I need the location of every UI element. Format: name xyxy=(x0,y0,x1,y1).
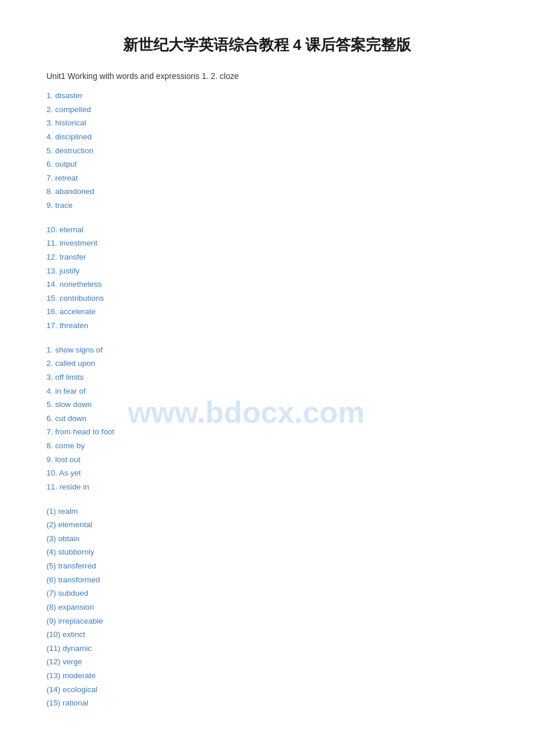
cloze-list: (1) realm(2) elemental(3) obtain(4) stub… xyxy=(46,505,488,710)
list-item: 10. As yet xyxy=(46,466,488,480)
list-item: 6. cut down xyxy=(46,412,488,426)
subtitle: Unit1 Working with words and expressions… xyxy=(46,71,488,81)
list-item: (8) expansion xyxy=(46,600,488,614)
list-item: (4) stubbornly xyxy=(46,545,488,559)
list-item: (12) verge xyxy=(46,655,488,669)
list-item: 8. abandoned xyxy=(46,185,488,199)
list-item: 11. investment xyxy=(46,236,488,250)
word-list-1: 1. disaster2. compelled3. historical4. d… xyxy=(46,89,488,213)
list-item: 5. slow down xyxy=(46,398,488,412)
list-item: 6. output xyxy=(46,157,488,171)
list-item: (7) subdued xyxy=(46,586,488,600)
list-item: 3. off limits xyxy=(46,370,488,384)
list-item: 5. destruction xyxy=(46,144,488,158)
list-item: 1. show signs of xyxy=(46,343,488,357)
word-list-2: 10. eternal11. investment12. transfer13.… xyxy=(46,223,488,333)
list-item: (13) moderate xyxy=(46,669,488,683)
list-item: 10. eternal xyxy=(46,223,488,237)
list-item: 15. contributions xyxy=(46,291,488,305)
page-title: 新世纪大学英语综合教程 4 课后答案完整版 xyxy=(46,35,488,55)
list-item: (14) ecological xyxy=(46,683,488,697)
list-item: (2) elemental xyxy=(46,518,488,532)
list-item: 14. nonetheless xyxy=(46,278,488,291)
list-item: 2. called upon xyxy=(46,357,488,370)
list-item: 13. justify xyxy=(46,264,488,278)
list-item: 1. disaster xyxy=(46,89,488,103)
list-item: 4. in fear of xyxy=(46,384,488,398)
list-item: 2. compelled xyxy=(46,103,488,117)
list-item: 3. historical xyxy=(46,116,488,130)
phrase-list: 1. show signs of2. called upon3. off lim… xyxy=(46,343,488,494)
list-item: (15) rational xyxy=(46,696,488,710)
list-item: 11. reside in xyxy=(46,480,488,494)
list-item: (11) dynamic xyxy=(46,642,488,656)
list-item: 9. trace xyxy=(46,199,488,213)
list-item: (5) transferred xyxy=(46,559,488,573)
list-item: 7. from head to foot xyxy=(46,425,488,439)
list-item: (6) transformed xyxy=(46,573,488,587)
list-item: 4. disciplined xyxy=(46,130,488,144)
list-item: 17. threaten xyxy=(46,319,488,333)
list-item: 9. lost out xyxy=(46,453,488,467)
list-item: (9) irreplaceable xyxy=(46,614,488,628)
list-item: 8. come by xyxy=(46,439,488,453)
list-item: 7. retreat xyxy=(46,171,488,185)
list-item: (1) realm xyxy=(46,505,488,519)
list-item: 12. transfer xyxy=(46,250,488,264)
list-item: (10) extinct xyxy=(46,628,488,642)
list-item: (3) obtain xyxy=(46,532,488,546)
list-item: 16. accelerate xyxy=(46,305,488,319)
